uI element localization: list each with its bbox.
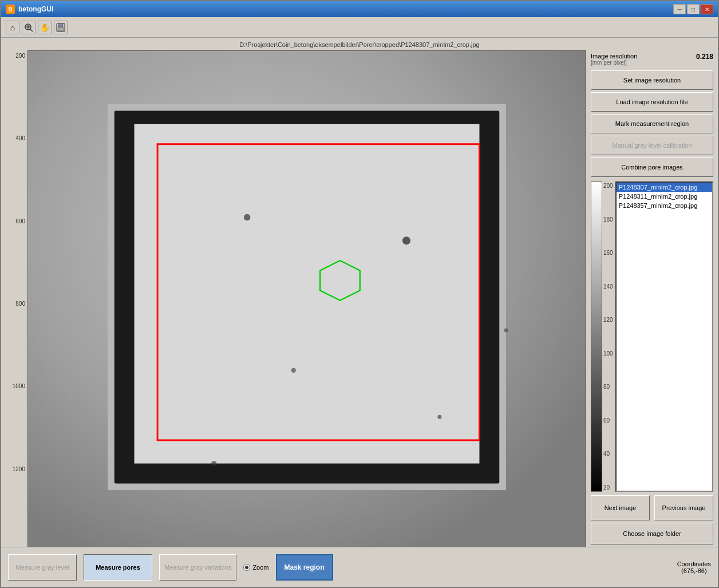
window-title: betongGUI: [18, 5, 53, 13]
nav-buttons-row: Next image Previous image: [591, 495, 713, 520]
coordinates-value: (675,-86): [677, 567, 711, 574]
bottom-bar: Measure gray level Measure pores Measure…: [1, 547, 718, 587]
set-image-resolution-button[interactable]: Set image resolution: [591, 70, 713, 90]
file-list-item[interactable]: P1248311_minIm2_crop.jpg: [617, 192, 712, 201]
next-image-button[interactable]: Next image: [591, 495, 650, 520]
maximize-button[interactable]: □: [687, 4, 700, 14]
filepath-text: D:\Prosjekter\Coin_betong\eksempelbilder…: [239, 41, 479, 48]
plot-with-axes: 200 400 600 800 1000 1200 1400: [6, 50, 586, 547]
svg-rect-5: [58, 23, 63, 27]
titlebar-controls: ─ □ ✕: [673, 4, 713, 14]
content-area: D:\Prosjekter\Coin_betong\eksempelbilder…: [1, 38, 718, 587]
filepath-bar: D:\Prosjekter\Coin_betong\eksempelbilder…: [1, 38, 718, 50]
svg-rect-11: [135, 124, 480, 464]
coordinates-label: Coordinates: [677, 561, 711, 567]
image-resolution-value: 0.218: [696, 53, 713, 61]
measure-gray-variations-button[interactable]: Measure gray variations: [159, 554, 236, 581]
main-window: B betongGUI ─ □ ✕ ⌂ ✋: [0, 0, 719, 588]
svg-point-18: [291, 368, 296, 373]
choose-image-folder-button[interactable]: Choose image folder: [591, 523, 713, 544]
main-area: 200 400 600 800 1000 1200 1400: [1, 50, 718, 547]
svg-point-19: [504, 329, 508, 333]
combine-pore-images-button[interactable]: Combine pore images: [591, 157, 713, 177]
svg-point-14: [244, 214, 251, 221]
measure-gray-level-button[interactable]: Measure gray level: [8, 554, 77, 581]
toolbar: ⌂ ✋: [1, 17, 718, 38]
zoom-radio-label: Zoom: [252, 564, 268, 571]
zoom-radio-dot: [245, 566, 248, 569]
colorbar-labels: 200 180 160 140 120 100 80 60 40 20: [603, 181, 613, 492]
close-button[interactable]: ✕: [701, 4, 713, 14]
colorbar: [591, 181, 602, 492]
pan-button[interactable]: ✋: [38, 21, 52, 34]
save-icon: [56, 23, 65, 32]
right-panel: Image resolution [mm per pixel] 0.218 Se…: [586, 50, 718, 547]
image-svg: [28, 51, 586, 547]
app-icon: B: [6, 5, 15, 14]
file-list-item[interactable]: P1248357_minIm2_crop.jpg: [617, 201, 712, 210]
svg-rect-6: [58, 27, 64, 31]
zoom-in-icon: [24, 23, 33, 32]
svg-point-17: [437, 415, 441, 419]
save-button[interactable]: [54, 21, 68, 34]
zoom-radio[interactable]: Zoom: [243, 564, 268, 571]
zoom-in-button[interactable]: [22, 21, 35, 34]
minimize-button[interactable]: ─: [673, 4, 686, 14]
mark-measurement-region-button[interactable]: Mark measurement region: [591, 114, 713, 133]
titlebar: B betongGUI ─ □ ✕: [1, 1, 718, 17]
mask-region-button[interactable]: Mask region: [276, 554, 333, 581]
manual-gray-calibration-button[interactable]: Manual gray level calibration: [591, 136, 713, 155]
load-image-resolution-button[interactable]: Load image resolution file: [591, 92, 713, 112]
coordinates-display: Coordinates (675,-86): [677, 561, 711, 574]
file-list[interactable]: P1248307_minIm2_crop.jpg P1248311_minIm2…: [615, 181, 713, 492]
measure-pores-button[interactable]: Measure pores: [84, 554, 152, 581]
svg-point-16: [211, 461, 216, 466]
image-section: 200 400 600 800 1000 1200 1400: [1, 50, 586, 547]
colorbar-section: 200 180 160 140 120 100 80 60 40 20: [591, 181, 613, 492]
plot-canvas[interactable]: [27, 50, 586, 547]
image-resolution-label: Image resolution [mm per pixel]: [591, 53, 637, 66]
zoom-radio-circle: [243, 564, 250, 571]
svg-point-15: [402, 236, 410, 244]
previous-image-button[interactable]: Previous image: [654, 495, 713, 520]
y-axis-labels: 200 400 600 800 1000 1200 1400: [6, 50, 27, 547]
plot-row: 200 400 600 800 1000 1200 1400: [6, 50, 586, 547]
titlebar-left: B betongGUI: [6, 5, 53, 14]
svg-line-1: [30, 29, 33, 31]
file-list-item[interactable]: P1248307_minIm2_crop.jpg: [617, 183, 712, 192]
home-button[interactable]: ⌂: [6, 21, 19, 34]
